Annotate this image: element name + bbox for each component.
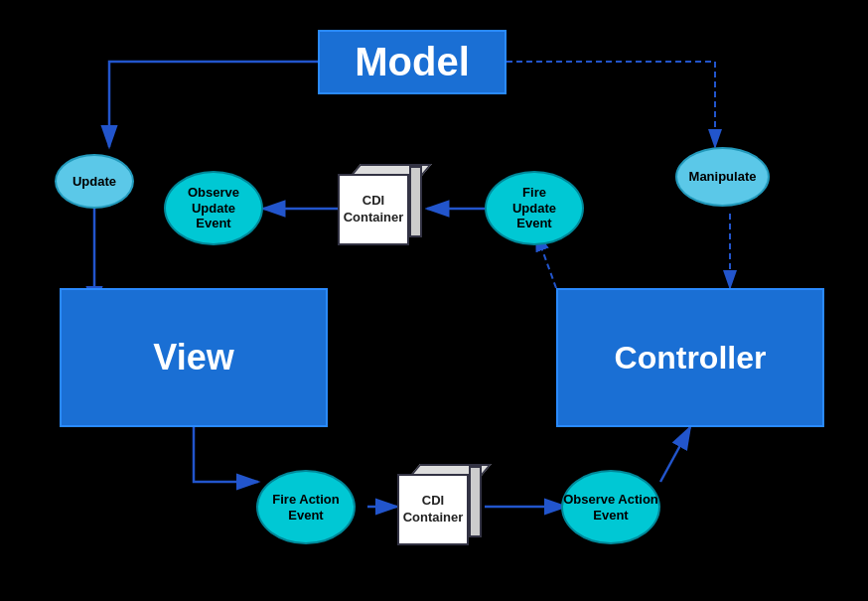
controller-label: Controller <box>615 340 767 376</box>
controller-box: Controller <box>556 288 824 427</box>
cdi-bottom-label: CDIContainer <box>397 474 469 545</box>
diagram-container: Model View Controller CDIContainer CDICo… <box>0 0 868 601</box>
view-box: View <box>60 288 328 427</box>
fire-update-event-ellipse: FireUpdateEvent <box>485 171 584 245</box>
manipulate-ellipse: Manipulate <box>675 147 770 207</box>
observe-update-event-ellipse: ObserveUpdateEvent <box>164 171 263 245</box>
view-label: View <box>153 337 233 378</box>
fire-action-event-ellipse: Fire Action Event <box>256 470 356 544</box>
observe-action-event-ellipse: Observe Action Event <box>561 470 660 544</box>
update-ellipse: Update <box>55 154 134 209</box>
model-label: Model <box>355 40 470 84</box>
cdi-top-label: CDIContainer <box>338 174 409 245</box>
cdi-container-top: CDIContainer <box>338 164 422 253</box>
cdi-container-bottom: CDIContainer <box>397 464 482 553</box>
model-box: Model <box>318 30 506 94</box>
